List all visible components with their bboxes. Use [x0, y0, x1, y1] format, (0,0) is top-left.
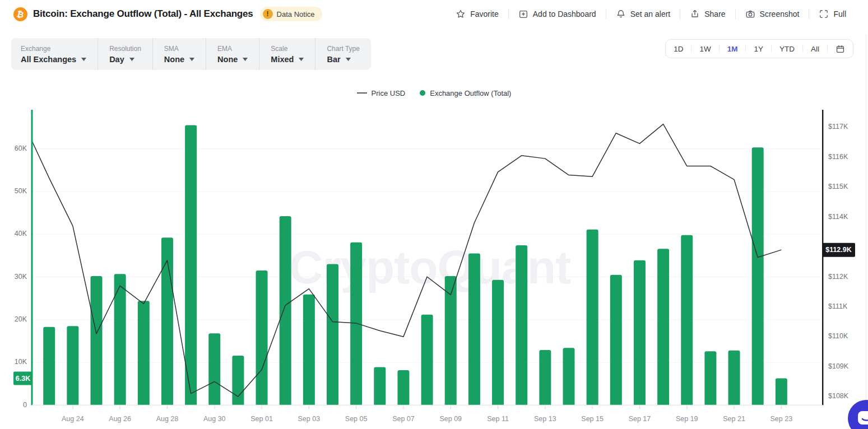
outflow-bar-sep-02[interactable]: [280, 216, 291, 405]
fullscreen-button[interactable]: Full: [809, 9, 856, 19]
outflow-bar-sep-12[interactable]: [516, 245, 527, 405]
chat-bubble-icon: [857, 411, 868, 426]
set-alert-button[interactable]: Set an alert: [606, 9, 680, 19]
outflow-bar-sep-23[interactable]: [776, 378, 787, 405]
legend-outflow-label: Exchange Outflow (Total): [430, 89, 511, 97]
price-line[interactable]: [26, 124, 782, 397]
x-axis-date-label: Sep 15: [581, 415, 604, 423]
range-ytd-button[interactable]: YTD: [772, 40, 802, 58]
chevron-down-icon: [189, 58, 194, 61]
x-axis-date-label: Sep 03: [298, 415, 321, 423]
outflow-bar-sep-16[interactable]: [610, 275, 622, 405]
legend-exchange-outflow[interactable]: Exchange Outflow (Total): [420, 89, 511, 97]
left-axis-label: 0: [23, 401, 27, 409]
share-button[interactable]: Share: [680, 9, 735, 19]
filter-value: None: [164, 55, 184, 64]
warning-icon: !: [263, 9, 273, 19]
outflow-bar-aug-28[interactable]: [161, 237, 173, 405]
outflow-bar-sep-09[interactable]: [445, 276, 457, 405]
legend-price-usd[interactable]: Price USD: [357, 89, 406, 97]
right-axis-label: $109K: [828, 362, 849, 370]
x-axis-date-label: Sep 05: [345, 415, 368, 423]
outflow-bar-sep-07[interactable]: [397, 370, 409, 405]
x-axis-date-label: Sep 17: [629, 415, 651, 423]
outflow-bar-aug-31[interactable]: [232, 356, 244, 405]
filter-value: Day: [109, 55, 124, 64]
favorite-label: Favorite: [470, 10, 499, 18]
resolution-dropdown[interactable]: Resolution Day: [98, 38, 152, 70]
outflow-bar-sep-20[interactable]: [704, 351, 716, 405]
outflow-bar-sep-19[interactable]: [681, 235, 693, 405]
outflow-bar-sep-13[interactable]: [539, 350, 551, 405]
outflow-bar-aug-30[interactable]: [208, 333, 220, 405]
range-1y-button[interactable]: 1Y: [746, 40, 771, 58]
range-all-button[interactable]: All: [803, 40, 827, 58]
x-axis-date-label: Sep 01: [250, 415, 273, 423]
left-axis-label: 40K: [15, 230, 27, 237]
range-1w-button[interactable]: 1W: [691, 40, 718, 58]
outflow-bar-sep-04[interactable]: [327, 264, 338, 405]
x-axis-date-label: Sep 13: [534, 415, 556, 423]
right-axis-label: $117K: [828, 123, 848, 130]
filter-label: Resolution: [109, 45, 141, 53]
scale-dropdown[interactable]: Scale Mixed: [259, 38, 315, 70]
x-axis-date-label: Sep 11: [487, 415, 509, 423]
calendar-button[interactable]: [828, 44, 853, 54]
outflow-bar-sep-15[interactable]: [587, 230, 598, 405]
outflow-bar-sep-10[interactable]: [468, 254, 480, 405]
outflow-bar-aug-29[interactable]: [185, 125, 197, 405]
screenshot-button[interactable]: Screenshot: [736, 9, 809, 19]
outflow-bar-aug-26[interactable]: [114, 274, 126, 405]
chevron-down-icon: [299, 58, 304, 61]
outflow-bar-sep-11[interactable]: [492, 280, 504, 405]
fullscreen-label: Full: [833, 10, 846, 18]
sma-dropdown[interactable]: SMA None: [152, 38, 206, 70]
outflow-bar-sep-01[interactable]: [256, 271, 268, 405]
filter-label: Scale: [271, 45, 304, 53]
x-axis-date-label: Aug 30: [203, 415, 226, 423]
outflow-bar-sep-21[interactable]: [728, 351, 740, 405]
data-notice-badge[interactable]: ! Data Notice: [260, 7, 322, 21]
chart-type-dropdown[interactable]: Chart Type Bar: [315, 38, 370, 70]
current-price-badge: $112.9K: [825, 246, 852, 254]
filter-label: Chart Type: [327, 45, 359, 53]
dot-swatch-icon: [420, 90, 425, 96]
filter-label: EMA: [217, 45, 248, 53]
outflow-bar-aug-24[interactable]: [67, 326, 78, 405]
outflow-bar-sep-17[interactable]: [634, 260, 646, 405]
share-label: Share: [704, 10, 725, 18]
left-axis-label: 20K: [15, 315, 27, 323]
outflow-bar-aug-23[interactable]: [43, 327, 55, 405]
screenshot-label: Screenshot: [760, 10, 800, 18]
left-axis-label: 60K: [15, 144, 27, 152]
add-to-dashboard-button[interactable]: Add to Dashboard: [509, 9, 606, 19]
exchange-dropdown[interactable]: Exchange All Exchanges: [11, 38, 98, 70]
chart-settings-toolbar: Exchange All Exchanges Resolution Day SM…: [11, 38, 371, 70]
filter-value: All Exchanges: [21, 55, 76, 64]
x-axis-date-label: Aug 26: [109, 415, 131, 423]
favorite-button[interactable]: Favorite: [446, 9, 508, 19]
cryptoquant-chart-page: { "header": { "title": "Bitcoin: Exchang…: [0, 0, 868, 429]
outflow-bar-aug-27[interactable]: [138, 301, 150, 405]
outflow-bar-sep-18[interactable]: [657, 249, 669, 405]
star-icon: [456, 9, 466, 19]
chevron-down-icon: [243, 58, 248, 61]
outflow-bar-aug-25[interactable]: [91, 276, 103, 405]
right-axis-label: $108K: [828, 392, 849, 400]
range-1d-button[interactable]: 1D: [666, 40, 691, 58]
outflow-bar-sep-22[interactable]: [752, 147, 764, 405]
outflow-bar-sep-14[interactable]: [563, 348, 575, 405]
outflow-bar-sep-05[interactable]: [350, 243, 362, 405]
chevron-down-icon: [81, 58, 86, 61]
x-axis-date-label: Aug 28: [156, 415, 179, 423]
ema-dropdown[interactable]: EMA None: [206, 38, 259, 70]
watermark: CryptoQuant: [289, 241, 570, 293]
filter-value: Mixed: [271, 55, 294, 64]
outflow-bar-sep-08[interactable]: [421, 315, 433, 405]
set-alert-label: Set an alert: [630, 10, 671, 18]
outflow-bar-sep-06[interactable]: [374, 367, 386, 405]
range-1m-button[interactable]: 1M: [720, 40, 746, 58]
outflow-bar-sep-03[interactable]: [303, 295, 315, 405]
chevron-down-icon: [129, 58, 134, 61]
chat-widget-button[interactable]: [848, 400, 868, 429]
